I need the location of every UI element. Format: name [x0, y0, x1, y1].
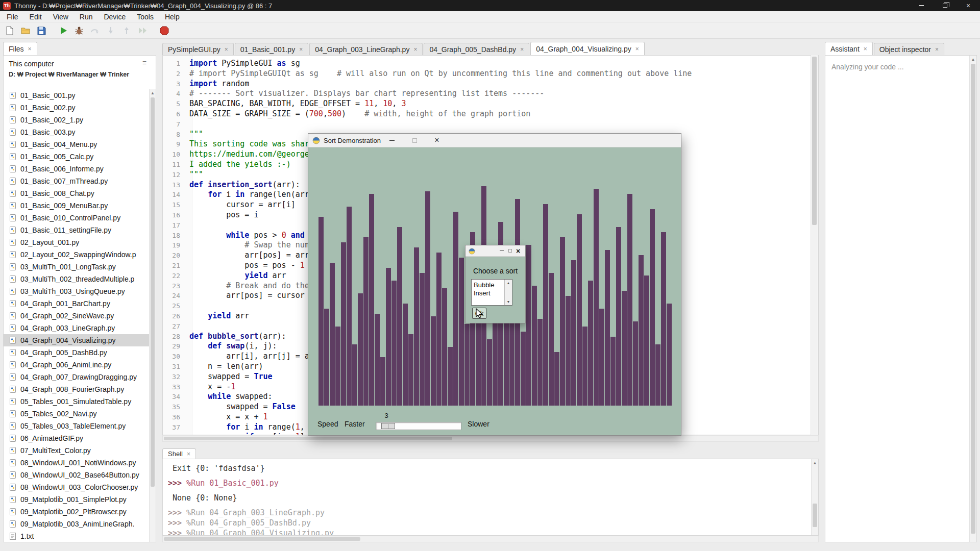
- open-folder-icon[interactable]: [20, 25, 31, 36]
- file-item[interactable]: 03_MultiTh_001_LongTask.py: [4, 261, 149, 273]
- scroll-up-icon[interactable]: ▲: [970, 56, 976, 63]
- close-icon[interactable]: ×: [299, 46, 303, 53]
- file-item[interactable]: 03_MultiTh_003_UsingQueue.py: [4, 285, 149, 297]
- file-item[interactable]: 1.txt: [4, 530, 149, 542]
- tab-shell[interactable]: Shell ×: [162, 448, 196, 459]
- editor-scrollbar[interactable]: [811, 55, 818, 435]
- file-item[interactable]: 01_Basic_005_Calc.py: [4, 151, 149, 163]
- scrollbar-thumb[interactable]: [164, 437, 452, 440]
- file-item[interactable]: 04_Graph_003_LineGraph.py: [4, 322, 149, 334]
- tab-assistant[interactable]: Assistant×: [825, 42, 873, 55]
- file-item[interactable]: 01_Basic_006_Informe.py: [4, 163, 149, 175]
- slider-handle[interactable]: [381, 423, 395, 429]
- file-item[interactable]: 04_Graph_004_Visualizing.py: [4, 334, 149, 346]
- file-item[interactable]: 05_Tables_001_SimulatedTable.py: [4, 395, 149, 408]
- close-icon[interactable]: ×: [520, 46, 524, 53]
- restore-button[interactable]: [933, 0, 957, 11]
- close-button[interactable]: ×: [426, 134, 448, 147]
- scroll-up-icon[interactable]: ▲: [507, 281, 510, 285]
- menu-item-view[interactable]: View: [47, 13, 74, 21]
- scroll-up-icon[interactable]: ▲: [812, 459, 818, 466]
- dialog-titlebar[interactable]: ×: [465, 245, 525, 257]
- shell-scrollbar[interactable]: ▲: [811, 459, 818, 535]
- tab-04_graph_005_dashbd-py[interactable]: 04_Graph_005_DashBd.py×: [424, 43, 529, 55]
- editor-hscrollbar[interactable]: [162, 435, 819, 442]
- stop-icon[interactable]: [159, 25, 170, 36]
- step-out-icon[interactable]: [121, 25, 132, 36]
- menu-item-file[interactable]: File: [1, 13, 24, 21]
- file-item[interactable]: 01_Basic_011_settingFile.py: [4, 224, 149, 236]
- scroll-down-icon[interactable]: ▼: [507, 300, 510, 304]
- file-item[interactable]: 01_Basic_010_ControlPanel.py: [4, 212, 149, 224]
- shell-hscrollbar[interactable]: [162, 536, 819, 542]
- file-item[interactable]: 04_Graph_006_AnimLine.py: [4, 359, 149, 371]
- debug-icon[interactable]: [74, 25, 85, 36]
- step-over-icon[interactable]: [89, 25, 101, 36]
- close-icon[interactable]: ×: [635, 46, 639, 52]
- file-item[interactable]: 04_Graph_007_DrawingDragging.py: [4, 371, 149, 383]
- scroll-up-icon[interactable]: ▲: [150, 89, 156, 96]
- file-item[interactable]: 07_MultiText_Color.py: [4, 444, 149, 457]
- scrollbar-thumb[interactable]: [971, 64, 975, 534]
- file-item[interactable]: 02_Layout_002_SwappingWindow.p: [4, 248, 149, 261]
- file-item[interactable]: 08_WindowUI_002_Base64Button.py: [4, 469, 149, 481]
- minimize-button[interactable]: [910, 0, 933, 11]
- tab-04_graph_004_visualizing-py[interactable]: 04_Graph_004_Visualizing.py×: [530, 42, 645, 55]
- scrollbar-thumb[interactable]: [813, 504, 817, 527]
- tab-object-inspector[interactable]: Object inspector×: [874, 43, 944, 55]
- tab-pysimplegui-py[interactable]: PySimpleGUI.py×: [162, 43, 234, 55]
- file-item[interactable]: 04_Graph_001_BarChart.py: [4, 297, 149, 310]
- listbox-scrollbar[interactable]: ▲ ▼: [504, 280, 512, 305]
- close-icon[interactable]: ×: [28, 46, 32, 52]
- file-item[interactable]: 04_Graph_005_DashBd.py: [4, 346, 149, 359]
- files-scrollbar[interactable]: ▲: [149, 89, 156, 542]
- minimize-button[interactable]: [498, 245, 506, 256]
- tab-04_graph_003_linegraph-py[interactable]: 04_Graph_003_LineGraph.py×: [309, 43, 423, 55]
- resume-icon[interactable]: [137, 25, 148, 36]
- file-item[interactable]: 01_Basic_001.py: [4, 89, 149, 102]
- run-icon[interactable]: [58, 25, 69, 36]
- file-item[interactable]: 09_Matplotlib_001_SimplePlot.py: [4, 493, 149, 506]
- speed-slider[interactable]: [376, 422, 461, 430]
- scrollbar-thumb[interactable]: [151, 97, 155, 487]
- file-item[interactable]: 01_Basic_002_1.py: [4, 114, 149, 126]
- file-item[interactable]: 08_WindowUI_001_NotiWindows.py: [4, 457, 149, 469]
- file-item[interactable]: 09_Matplotlib_002_PltBrowser.py: [4, 506, 149, 518]
- file-item[interactable]: 08_WindowUI_003_ColorChooser.py: [4, 481, 149, 493]
- menu-item-device[interactable]: Device: [98, 13, 131, 21]
- save-icon[interactable]: [36, 25, 47, 36]
- file-item[interactable]: 01_Basic_004_Menu.py: [4, 138, 149, 151]
- file-item[interactable]: 05_Tables_002_Navi.py: [4, 408, 149, 420]
- menu-item-tools[interactable]: Tools: [131, 13, 159, 21]
- listbox-option-insert[interactable]: Insert: [474, 289, 504, 297]
- tab-01_basic_001-py[interactable]: 01_Basic_001.py×: [235, 43, 308, 55]
- file-item[interactable]: 01_Basic_007_mThread.py: [4, 175, 149, 187]
- menu-item-help[interactable]: Help: [159, 13, 185, 21]
- maximize-button[interactable]: [403, 134, 426, 147]
- close-icon[interactable]: ×: [935, 46, 939, 53]
- hamburger-menu-icon[interactable]: ≡: [142, 59, 146, 67]
- menu-item-run[interactable]: Run: [74, 13, 99, 21]
- close-button[interactable]: ×: [957, 0, 980, 11]
- assistant-scrollbar[interactable]: ▲: [969, 56, 976, 542]
- file-item[interactable]: 05_Tables_003_TableElement.py: [4, 420, 149, 432]
- file-item[interactable]: 09_Matplotlib_003_AnimLineGraph.: [4, 518, 149, 530]
- sort-listbox[interactable]: BubbleInsert ▲ ▼: [471, 279, 512, 306]
- file-item[interactable]: 01_Basic_009_MenuBar.py: [4, 199, 149, 212]
- minimize-button[interactable]: [381, 134, 403, 147]
- file-item[interactable]: 02_Layout_001.py: [4, 236, 149, 248]
- file-item[interactable]: 06_AnimatedGIF.py: [4, 432, 149, 444]
- shell-panel[interactable]: Exit {0: 'fdasfdsa'}>>> %Run 01_Basic_00…: [162, 459, 819, 536]
- listbox-option-bubble[interactable]: Bubble: [474, 281, 504, 289]
- close-icon[interactable]: ×: [187, 451, 190, 457]
- file-item[interactable]: 04_Graph_008_FourierGraph.py: [4, 383, 149, 395]
- file-item[interactable]: 03_MultiTh_002_threadedMultiple.p: [4, 273, 149, 285]
- scrollbar-thumb[interactable]: [164, 537, 360, 541]
- new-file-icon[interactable]: [4, 25, 15, 36]
- close-icon[interactable]: ×: [225, 46, 228, 53]
- step-into-icon[interactable]: [105, 25, 116, 36]
- file-item[interactable]: 01_Basic_002.py: [4, 102, 149, 114]
- close-icon[interactable]: ×: [413, 46, 417, 53]
- file-item[interactable]: 01_Basic_008_Chat.py: [4, 187, 149, 199]
- sort-window-titlebar[interactable]: Sort Demonstration ×: [308, 134, 681, 147]
